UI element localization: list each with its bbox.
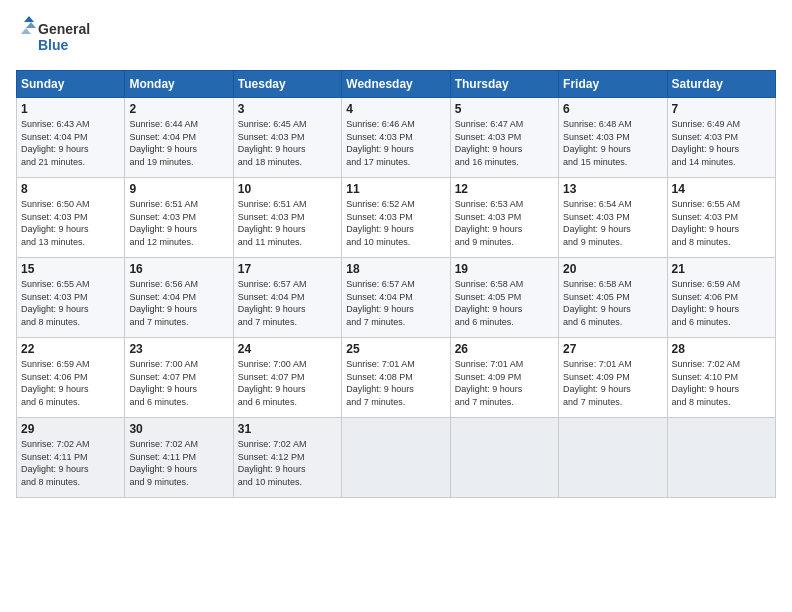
day-number: 9 bbox=[129, 182, 228, 196]
calendar-day-cell bbox=[342, 418, 450, 498]
day-number: 10 bbox=[238, 182, 337, 196]
day-number: 2 bbox=[129, 102, 228, 116]
day-info: Sunrise: 6:58 AM Sunset: 4:05 PM Dayligh… bbox=[455, 278, 554, 328]
day-number: 12 bbox=[455, 182, 554, 196]
day-info: Sunrise: 6:55 AM Sunset: 4:03 PM Dayligh… bbox=[21, 278, 120, 328]
calendar-day-cell: 14Sunrise: 6:55 AM Sunset: 4:03 PM Dayli… bbox=[667, 178, 775, 258]
day-number: 28 bbox=[672, 342, 771, 356]
calendar-day-cell: 17Sunrise: 6:57 AM Sunset: 4:04 PM Dayli… bbox=[233, 258, 341, 338]
header: General Blue bbox=[16, 16, 776, 58]
calendar-day-cell: 29Sunrise: 7:02 AM Sunset: 4:11 PM Dayli… bbox=[17, 418, 125, 498]
weekday-header-row: SundayMondayTuesdayWednesdayThursdayFrid… bbox=[17, 71, 776, 98]
day-info: Sunrise: 6:46 AM Sunset: 4:03 PM Dayligh… bbox=[346, 118, 445, 168]
day-info: Sunrise: 6:47 AM Sunset: 4:03 PM Dayligh… bbox=[455, 118, 554, 168]
day-number: 27 bbox=[563, 342, 662, 356]
page-container: General Blue SundayMondayTuesdayWednesda… bbox=[0, 0, 792, 506]
weekday-header-cell: Tuesday bbox=[233, 71, 341, 98]
svg-marker-4 bbox=[21, 28, 31, 34]
day-number: 6 bbox=[563, 102, 662, 116]
calendar-day-cell: 24Sunrise: 7:00 AM Sunset: 4:07 PM Dayli… bbox=[233, 338, 341, 418]
calendar-table: SundayMondayTuesdayWednesdayThursdayFrid… bbox=[16, 70, 776, 498]
day-info: Sunrise: 6:53 AM Sunset: 4:03 PM Dayligh… bbox=[455, 198, 554, 248]
calendar-day-cell: 23Sunrise: 7:00 AM Sunset: 4:07 PM Dayli… bbox=[125, 338, 233, 418]
svg-marker-3 bbox=[26, 22, 36, 28]
calendar-day-cell: 7Sunrise: 6:49 AM Sunset: 4:03 PM Daylig… bbox=[667, 98, 775, 178]
calendar-day-cell: 19Sunrise: 6:58 AM Sunset: 4:05 PM Dayli… bbox=[450, 258, 558, 338]
day-info: Sunrise: 6:54 AM Sunset: 4:03 PM Dayligh… bbox=[563, 198, 662, 248]
day-info: Sunrise: 6:48 AM Sunset: 4:03 PM Dayligh… bbox=[563, 118, 662, 168]
calendar-day-cell: 13Sunrise: 6:54 AM Sunset: 4:03 PM Dayli… bbox=[559, 178, 667, 258]
day-number: 11 bbox=[346, 182, 445, 196]
calendar-day-cell: 9Sunrise: 6:51 AM Sunset: 4:03 PM Daylig… bbox=[125, 178, 233, 258]
calendar-week-row: 22Sunrise: 6:59 AM Sunset: 4:06 PM Dayli… bbox=[17, 338, 776, 418]
calendar-day-cell: 10Sunrise: 6:51 AM Sunset: 4:03 PM Dayli… bbox=[233, 178, 341, 258]
day-info: Sunrise: 7:00 AM Sunset: 4:07 PM Dayligh… bbox=[129, 358, 228, 408]
day-number: 30 bbox=[129, 422, 228, 436]
day-info: Sunrise: 6:50 AM Sunset: 4:03 PM Dayligh… bbox=[21, 198, 120, 248]
day-info: Sunrise: 6:57 AM Sunset: 4:04 PM Dayligh… bbox=[346, 278, 445, 328]
calendar-day-cell: 8Sunrise: 6:50 AM Sunset: 4:03 PM Daylig… bbox=[17, 178, 125, 258]
day-info: Sunrise: 6:49 AM Sunset: 4:03 PM Dayligh… bbox=[672, 118, 771, 168]
day-number: 23 bbox=[129, 342, 228, 356]
calendar-day-cell: 12Sunrise: 6:53 AM Sunset: 4:03 PM Dayli… bbox=[450, 178, 558, 258]
calendar-day-cell bbox=[667, 418, 775, 498]
day-number: 20 bbox=[563, 262, 662, 276]
calendar-day-cell: 6Sunrise: 6:48 AM Sunset: 4:03 PM Daylig… bbox=[559, 98, 667, 178]
calendar-day-cell: 16Sunrise: 6:56 AM Sunset: 4:04 PM Dayli… bbox=[125, 258, 233, 338]
logo-svg: General Blue bbox=[16, 16, 96, 58]
day-info: Sunrise: 7:02 AM Sunset: 4:12 PM Dayligh… bbox=[238, 438, 337, 488]
day-info: Sunrise: 7:00 AM Sunset: 4:07 PM Dayligh… bbox=[238, 358, 337, 408]
day-number: 7 bbox=[672, 102, 771, 116]
svg-text:Blue: Blue bbox=[38, 37, 69, 53]
day-number: 29 bbox=[21, 422, 120, 436]
day-number: 19 bbox=[455, 262, 554, 276]
day-info: Sunrise: 6:51 AM Sunset: 4:03 PM Dayligh… bbox=[238, 198, 337, 248]
weekday-header-cell: Wednesday bbox=[342, 71, 450, 98]
logo: General Blue bbox=[16, 16, 96, 58]
day-number: 15 bbox=[21, 262, 120, 276]
calendar-day-cell: 20Sunrise: 6:58 AM Sunset: 4:05 PM Dayli… bbox=[559, 258, 667, 338]
weekday-header-cell: Friday bbox=[559, 71, 667, 98]
day-number: 14 bbox=[672, 182, 771, 196]
calendar-day-cell: 27Sunrise: 7:01 AM Sunset: 4:09 PM Dayli… bbox=[559, 338, 667, 418]
calendar-day-cell: 5Sunrise: 6:47 AM Sunset: 4:03 PM Daylig… bbox=[450, 98, 558, 178]
day-info: Sunrise: 7:01 AM Sunset: 4:09 PM Dayligh… bbox=[563, 358, 662, 408]
day-number: 3 bbox=[238, 102, 337, 116]
day-info: Sunrise: 6:57 AM Sunset: 4:04 PM Dayligh… bbox=[238, 278, 337, 328]
calendar-day-cell bbox=[450, 418, 558, 498]
calendar-day-cell: 1Sunrise: 6:43 AM Sunset: 4:04 PM Daylig… bbox=[17, 98, 125, 178]
day-info: Sunrise: 7:01 AM Sunset: 4:08 PM Dayligh… bbox=[346, 358, 445, 408]
calendar-day-cell: 15Sunrise: 6:55 AM Sunset: 4:03 PM Dayli… bbox=[17, 258, 125, 338]
day-number: 21 bbox=[672, 262, 771, 276]
day-number: 24 bbox=[238, 342, 337, 356]
calendar-day-cell: 25Sunrise: 7:01 AM Sunset: 4:08 PM Dayli… bbox=[342, 338, 450, 418]
day-number: 13 bbox=[563, 182, 662, 196]
calendar-week-row: 29Sunrise: 7:02 AM Sunset: 4:11 PM Dayli… bbox=[17, 418, 776, 498]
weekday-header-cell: Sunday bbox=[17, 71, 125, 98]
day-info: Sunrise: 7:02 AM Sunset: 4:11 PM Dayligh… bbox=[21, 438, 120, 488]
day-number: 18 bbox=[346, 262, 445, 276]
calendar-day-cell: 4Sunrise: 6:46 AM Sunset: 4:03 PM Daylig… bbox=[342, 98, 450, 178]
calendar-day-cell: 11Sunrise: 6:52 AM Sunset: 4:03 PM Dayli… bbox=[342, 178, 450, 258]
day-info: Sunrise: 6:43 AM Sunset: 4:04 PM Dayligh… bbox=[21, 118, 120, 168]
day-info: Sunrise: 6:45 AM Sunset: 4:03 PM Dayligh… bbox=[238, 118, 337, 168]
calendar-day-cell: 26Sunrise: 7:01 AM Sunset: 4:09 PM Dayli… bbox=[450, 338, 558, 418]
day-number: 5 bbox=[455, 102, 554, 116]
day-info: Sunrise: 6:56 AM Sunset: 4:04 PM Dayligh… bbox=[129, 278, 228, 328]
calendar-day-cell: 3Sunrise: 6:45 AM Sunset: 4:03 PM Daylig… bbox=[233, 98, 341, 178]
day-info: Sunrise: 6:59 AM Sunset: 4:06 PM Dayligh… bbox=[21, 358, 120, 408]
day-info: Sunrise: 7:02 AM Sunset: 4:10 PM Dayligh… bbox=[672, 358, 771, 408]
calendar-day-cell: 21Sunrise: 6:59 AM Sunset: 4:06 PM Dayli… bbox=[667, 258, 775, 338]
calendar-day-cell: 30Sunrise: 7:02 AM Sunset: 4:11 PM Dayli… bbox=[125, 418, 233, 498]
calendar-week-row: 15Sunrise: 6:55 AM Sunset: 4:03 PM Dayli… bbox=[17, 258, 776, 338]
svg-marker-2 bbox=[24, 16, 34, 22]
weekday-header-cell: Thursday bbox=[450, 71, 558, 98]
calendar-week-row: 8Sunrise: 6:50 AM Sunset: 4:03 PM Daylig… bbox=[17, 178, 776, 258]
calendar-day-cell: 18Sunrise: 6:57 AM Sunset: 4:04 PM Dayli… bbox=[342, 258, 450, 338]
calendar-day-cell: 22Sunrise: 6:59 AM Sunset: 4:06 PM Dayli… bbox=[17, 338, 125, 418]
svg-text:General: General bbox=[38, 21, 90, 37]
day-info: Sunrise: 7:01 AM Sunset: 4:09 PM Dayligh… bbox=[455, 358, 554, 408]
day-number: 22 bbox=[21, 342, 120, 356]
calendar-day-cell: 2Sunrise: 6:44 AM Sunset: 4:04 PM Daylig… bbox=[125, 98, 233, 178]
day-number: 26 bbox=[455, 342, 554, 356]
